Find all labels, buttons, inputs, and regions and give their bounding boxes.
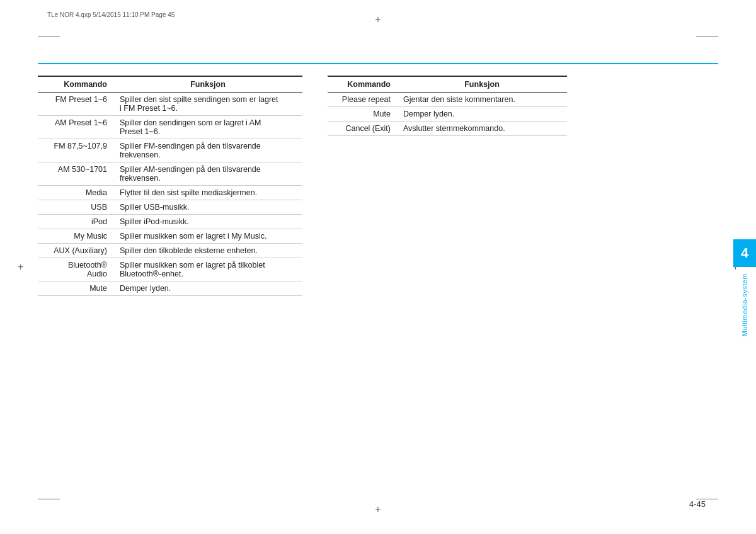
right-table-funksjon-cell: Demper lyden. xyxy=(397,107,567,122)
left-table-kommando-cell: AM Preset 1~6 xyxy=(38,116,113,139)
left-table-kommando-cell: Bluetooth® Audio xyxy=(38,258,113,281)
left-table-funksjon-cell: Spiller iPod-musikk. xyxy=(113,215,302,229)
table-row: MuteDemper lyden. xyxy=(328,107,567,122)
top-cross-mark: + xyxy=(375,14,381,25)
section-label: Multimedia-system xyxy=(741,271,748,339)
right-table-kommando-cell: Please repeat xyxy=(328,93,397,107)
table-row: Please repeatGjentar den siste kommentar… xyxy=(328,93,567,107)
left-table-kommando-cell: iPod xyxy=(38,215,113,229)
main-content: Kommando Funksjon FM Preset 1~6Spiller d… xyxy=(38,76,718,296)
left-table-kommando-cell: My Music xyxy=(38,229,113,244)
table-row: Bluetooth® AudioSpiller musikken som er … xyxy=(38,258,302,281)
table-row: MediaFlytter til den sist spilte mediask… xyxy=(38,186,302,200)
bottom-cross-mark: + xyxy=(375,504,381,515)
left-table-funksjon-cell: Flytter til den sist spilte mediaskjerme… xyxy=(113,186,302,200)
left-table: Kommando Funksjon FM Preset 1~6Spiller d… xyxy=(38,76,302,296)
left-table-funksjon-cell: Spiller den sendingen som er lagret i AM… xyxy=(113,116,302,139)
table-row: MuteDemper lyden. xyxy=(38,281,302,296)
header-text: TLe NOR 4.qxp 5/14/2015 11:10 PM Page 45 xyxy=(47,11,175,18)
section-number: 4 xyxy=(733,239,756,267)
table-row: AM 530~1701Spiller AM-sendingen på den t… xyxy=(38,162,302,186)
left-table-funksjon-cell: Spiller AM-sendingen på den tilsvarende … xyxy=(113,162,302,186)
left-table-funksjon-cell: Spiller den sist spilte sendingen som er… xyxy=(113,93,302,116)
left-table-col2-header: Funksjon xyxy=(113,76,302,93)
right-table-kommando-cell: Cancel (Exit) xyxy=(328,122,397,136)
table-row: AM Preset 1~6Spiller den sendingen som e… xyxy=(38,116,302,139)
left-table-kommando-cell: Media xyxy=(38,186,113,200)
top-border-line xyxy=(38,63,718,64)
left-table-funksjon-cell: Spiller FM-sendingen på den tilsvarende … xyxy=(113,139,302,162)
right-table-kommando-cell: Mute xyxy=(328,107,397,122)
table-row: AUX (Auxiliary)Spiller den tilkoblede ek… xyxy=(38,244,302,258)
left-table-funksjon-cell: Spiller musikken som er lagret på tilkob… xyxy=(113,258,302,281)
left-table-kommando-cell: AM 530~1701 xyxy=(38,162,113,186)
bottom-left-mark xyxy=(38,499,60,499)
table-row: FM 87,5~107,9Spiller FM-sendingen på den… xyxy=(38,139,302,162)
left-table-kommando-cell: USB xyxy=(38,200,113,215)
left-table-kommando-cell: FM 87,5~107,9 xyxy=(38,139,113,162)
left-table-funksjon-cell: Demper lyden. xyxy=(113,281,302,296)
table-row: USBSpiller USB-musikk. xyxy=(38,200,302,215)
left-table-funksjon-cell: Spiller musikken som er lagret i My Musi… xyxy=(113,229,302,244)
page-number: 4-45 xyxy=(689,499,706,509)
left-table-funksjon-cell: Spiller USB-musikk. xyxy=(113,200,302,215)
right-table-funksjon-cell: Avslutter stemmekommando. xyxy=(397,122,567,136)
left-table-kommando-cell: AUX (Auxiliary) xyxy=(38,244,113,258)
table-row: Cancel (Exit)Avslutter stemmekommando. xyxy=(328,122,567,136)
left-table-funksjon-cell: Spiller den tilkoblede eksterne enheten. xyxy=(113,244,302,258)
left-table-kommando-cell: Mute xyxy=(38,281,113,296)
table-row: My MusicSpiller musikken som er lagret i… xyxy=(38,229,302,244)
top-right-mark xyxy=(696,37,718,37)
left-table-kommando-cell: FM Preset 1~6 xyxy=(38,93,113,116)
section-tab: 4 Multimedia-system xyxy=(733,239,756,339)
table-row: iPodSpiller iPod-musikk. xyxy=(38,215,302,229)
left-cross-mark: + xyxy=(18,261,23,273)
left-table-col1-header: Kommando xyxy=(38,76,113,93)
right-table-col1-header: Kommando xyxy=(328,76,397,93)
right-table-col2-header: Funksjon xyxy=(397,76,567,93)
top-left-mark xyxy=(38,37,60,37)
table-row: FM Preset 1~6Spiller den sist spilte sen… xyxy=(38,93,302,116)
tables-container: Kommando Funksjon FM Preset 1~6Spiller d… xyxy=(38,76,718,296)
right-table: Kommando Funksjon Please repeatGjentar d… xyxy=(328,76,567,136)
right-table-funksjon-cell: Gjentar den siste kommentaren. xyxy=(397,93,567,107)
